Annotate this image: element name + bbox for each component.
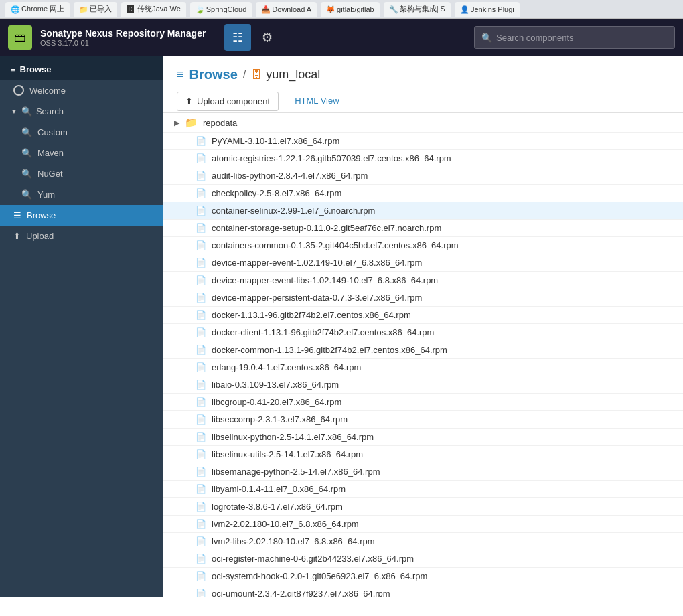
welcome-icon [13, 85, 24, 96]
file-row[interactable]: 📄 container-selinux-2.99-1.el7_6.noarch.… [163, 202, 683, 220]
file-row[interactable]: 📄 oci-systemd-hook-0.2.0-1.git05e6923.el… [163, 568, 683, 585]
file-name: docker-client-1.13.1-96.gitb2f74b2.el7.c… [212, 327, 434, 337]
file-row[interactable]: 📄 libyaml-0.1.4-11.el7_0.x86_64.rpm [163, 481, 683, 498]
tab-favicon-jenkins: 👤 [460, 5, 468, 13]
file-name: device-mapper-event-1.02.149-10.el7_6.8.… [212, 258, 422, 268]
file-row[interactable]: 📄 docker-common-1.13.1-96.gitb2f74b2.el7… [163, 341, 683, 359]
sidebar-item-search-label: Search [36, 106, 64, 117]
file-icon: 📄 [196, 188, 206, 198]
file-row[interactable]: 📄 checkpolicy-2.5-8.el7.x86_64.rpm [163, 185, 683, 202]
tab-favicon-gitlab: 🦊 [326, 5, 334, 13]
breadcrumb-separator: / [243, 69, 246, 81]
sidebar-item-custom[interactable]: 🔍 Custom [0, 122, 163, 143]
file-row[interactable]: 📄 lvm2-libs-2.02.180-10.el7_6.8.x86_64.r… [163, 533, 683, 550]
breadcrumb: ≡ Browse / 🗄 yum_local [177, 67, 670, 82]
app-header: 🗃 Sonatype Nexus Repository Manager OSS … [0, 19, 683, 56]
tab-favicon-chrome: 🌐 [11, 5, 19, 13]
sidebar-section-header: ≡ Browse [0, 56, 163, 80]
sidebar-item-browse[interactable]: ☰ Browse [0, 205, 163, 226]
sidebar-item-nuget-label: NuGet [37, 169, 63, 179]
tab-favicon-spring: 🍃 [196, 5, 204, 13]
file-row[interactable]: 📄 oci-register-machine-0-6.git2b44233.el… [163, 550, 683, 568]
file-name: libaio-0.3.109-13.el7.x86_64.rpm [212, 380, 339, 390]
file-icon: 📄 [196, 223, 206, 233]
app-title: Sonatype Nexus Repository Manager [40, 28, 206, 39]
file-icon: 📄 [196, 554, 206, 564]
sidebar-item-custom-label: Custom [37, 127, 68, 137]
file-icon: 📄 [196, 171, 206, 181]
sidebar-item-welcome[interactable]: Welcome [0, 80, 163, 101]
file-name: oci-umount-2.3.4-2.git87f9237.el7.x86_64… [212, 589, 390, 597]
file-row[interactable]: 📄 docker-1.13.1-96.gitb2f74b2.el7.centos… [163, 307, 683, 324]
nav-settings-button[interactable]: ⚙ [254, 24, 281, 51]
file-name: atomic-registries-1.22.1-26.gitb507039.e… [212, 153, 451, 163]
file-name: checkpolicy-2.5-8.el7.x86_64.rpm [212, 188, 342, 198]
header-search-box[interactable]: 🔍 [474, 26, 675, 49]
file-name: lvm2-libs-2.02.180-10.el7_6.8.x86_64.rpm [212, 536, 375, 546]
file-row[interactable]: 📄 device-mapper-event-libs-1.02.149-10.e… [163, 272, 683, 289]
file-row[interactable]: 📄 docker-client-1.13.1-96.gitb2f74b2.el7… [163, 324, 683, 341]
sidebar-item-upload[interactable]: ⬆ Upload [0, 226, 163, 246]
breadcrumb-title: Browse [189, 67, 238, 82]
breadcrumb-sub-label: yum_local [266, 68, 320, 82]
upload-component-button[interactable]: ⬆ Upload component [177, 92, 279, 111]
file-row[interactable]: 📄 device-mapper-persistent-data-0.7.3-3.… [163, 289, 683, 307]
file-row[interactable]: 📄 logrotate-3.8.6-17.el7.x86_64.rpm [163, 498, 683, 516]
tab-arch[interactable]: 🔧 架构与集成| S [384, 2, 451, 17]
app-title-block: Sonatype Nexus Repository Manager OSS 3.… [40, 28, 206, 47]
tab-jenkins[interactable]: 👤 Jenkins Plugi [455, 2, 520, 17]
file-icon: 📄 [196, 571, 206, 581]
file-row[interactable]: 📄 libsemanage-python-2.5-14.el7.x86_64.r… [163, 463, 683, 481]
file-row[interactable]: 📄 container-storage-setup-0.11.0-2.git5e… [163, 220, 683, 237]
file-name: container-selinux-2.99-1.el7_6.noarch.rp… [212, 206, 375, 216]
file-row[interactable]: 📄 device-mapper-event-1.02.149-10.el7_6.… [163, 254, 683, 272]
tab-java[interactable]: 🅲 传统Java We [121, 2, 186, 17]
file-row[interactable]: 📄 atomic-registries-1.22.1-26.gitb507039… [163, 150, 683, 167]
tab-favicon-arch: 🔧 [389, 5, 397, 13]
file-row[interactable]: 📄 libselinux-python-2.5-14.1.el7.x86_64.… [163, 429, 683, 446]
file-icon: 📄 [196, 345, 206, 355]
db-icon: 🗄 [251, 69, 262, 81]
tab-favicon-imported: 📁 [79, 5, 87, 13]
tab-spring[interactable]: 🍃 SpringCloud [190, 2, 252, 17]
sidebar-item-search-group[interactable]: ▼ 🔍 Search [0, 101, 163, 122]
search-input[interactable] [496, 33, 668, 43]
html-view-tab[interactable]: HTML View [287, 90, 347, 112]
file-row[interactable]: 📄 audit-libs-python-2.8.4-4.el7.x86_64.r… [163, 167, 683, 185]
tab-download[interactable]: 📥 Download A [256, 2, 317, 17]
tab-label-imported: 已导入 [90, 4, 112, 14]
app-version: OSS 3.17.0-01 [40, 39, 206, 47]
sidebar-item-yum[interactable]: 🔍 Yum [0, 184, 163, 205]
nav-browse-button[interactable]: ☷ [224, 24, 251, 51]
sidebar-item-browse-label: Browse [27, 210, 56, 220]
file-row[interactable]: 📄 libaio-0.3.109-13.el7.x86_64.rpm [163, 376, 683, 394]
file-row[interactable]: 📄 containers-common-0.1.35-2.git404c5bd.… [163, 237, 683, 254]
file-icon: 📄 [196, 536, 206, 546]
file-row[interactable]: 📄 PyYAML-3.10-11.el7.x86_64.rpm [163, 133, 683, 150]
sidebar-item-nuget[interactable]: 🔍 NuGet [0, 163, 163, 184]
sidebar-item-maven[interactable]: 🔍 Maven [0, 143, 163, 163]
file-row[interactable]: 📄 erlang-19.0.4-1.el7.centos.x86_64.rpm [163, 359, 683, 376]
file-name: device-mapper-persistent-data-0.7.3-3.el… [212, 293, 422, 303]
search-icon-maven: 🔍 [21, 148, 32, 158]
browse-breadcrumb-icon: ≡ [177, 68, 184, 82]
file-row[interactable]: 📄 oci-umount-2.3.4-2.git87f9237.el7.x86_… [163, 585, 683, 597]
tab-imported[interactable]: 📁 已导入 [74, 2, 117, 17]
file-icon: 📄 [196, 449, 206, 459]
file-name: erlang-19.0.4-1.el7.centos.x86_64.rpm [212, 362, 361, 372]
tab-gitlab[interactable]: 🦊 gitlab/gitlab [321, 2, 380, 17]
sidebar-section-label: Browse [20, 64, 52, 74]
file-row[interactable]: 📄 libcgroup-0.41-20.el7.x86_64.rpm [163, 394, 683, 411]
browse-icon: ☰ [13, 210, 21, 220]
file-name: libseccomp-2.3.1-3.el7.x86_64.rpm [212, 414, 348, 425]
tab-label-spring: SpringCloud [206, 5, 247, 13]
tab-chrome[interactable]: 🌐 Chrome 网上 [5, 2, 70, 17]
header-nav: ☷ ⚙ [224, 24, 281, 51]
file-icon: 📄 [196, 362, 206, 372]
file-row[interactable]: 📄 libseccomp-2.3.1-3.el7.x86_64.rpm [163, 411, 683, 429]
file-row[interactable]: 📄 libselinux-utils-2.5-14.1.el7.x86_64.r… [163, 446, 683, 463]
file-row[interactable]: 📄 lvm2-2.02.180-10.el7_6.8.x86_64.rpm [163, 516, 683, 533]
breadcrumb-sub: 🗄 yum_local [251, 68, 320, 82]
sidebar-item-upload-label: Upload [26, 231, 54, 241]
file-row[interactable]: ▶ 📁 repodata [163, 113, 683, 133]
